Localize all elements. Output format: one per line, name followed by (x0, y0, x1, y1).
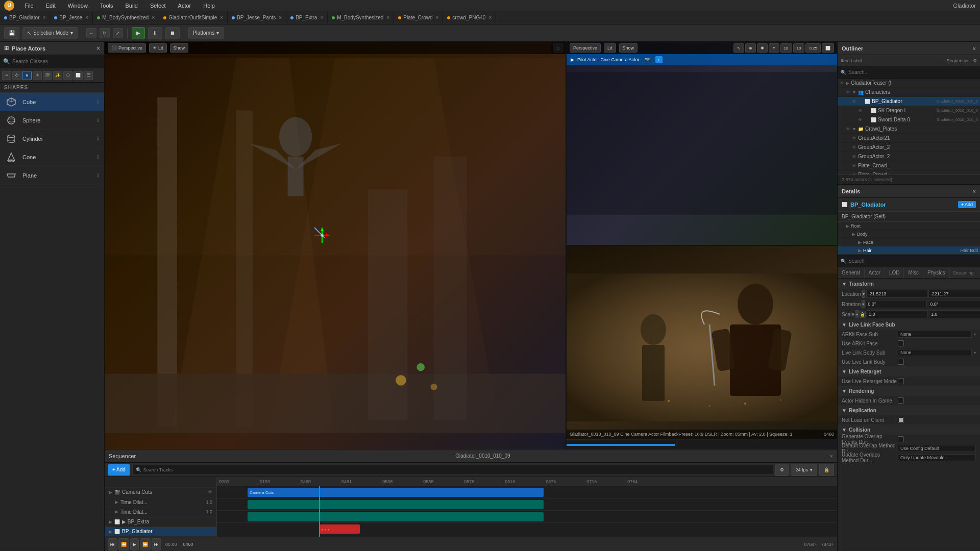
camera-cuts-clip[interactable]: Camera Cuts (248, 488, 544, 497)
comp-root[interactable]: ▶ Root (838, 222, 980, 230)
tab-plate-crowd[interactable]: Plate_Crowd × (394, 11, 443, 24)
replication-section-header[interactable]: ▼ Replication (838, 405, 980, 415)
sphere-info-icon[interactable]: ℹ (97, 117, 99, 123)
tree-bp-gladiator[interactable]: 👁 ⬜ BP_Gladiator Gladiator_0010_010_0 (838, 97, 980, 106)
details-close[interactable]: × (973, 188, 976, 194)
eye-icon-ga2a[interactable]: 👁 (852, 145, 856, 150)
right-viewport-bottom[interactable]: Gladiator_0010_010_09 Cine Camera Actor … (567, 246, 837, 449)
eye-icon-sword[interactable]: 👁 (858, 117, 863, 122)
menu-actor[interactable]: Actor (176, 2, 193, 10)
location-y[interactable] (928, 290, 980, 298)
tab-m-bodysynthesized2[interactable]: M_BodySynthesized × (328, 11, 394, 24)
seq-lock-btn[interactable]: 🔒 (819, 464, 834, 476)
dilat1-clip[interactable] (248, 500, 544, 509)
tree-group-actor-2b[interactable]: 👁 GroupActor_2 (838, 152, 980, 161)
use-live-link-checkbox[interactable] (898, 359, 904, 365)
geometry-btn[interactable]: ⬡ (63, 71, 72, 80)
tab-close-bp-jesse-pants[interactable]: × (279, 15, 282, 20)
dilat2-clip[interactable] (248, 512, 544, 521)
rt-tool-3[interactable]: ✱ (757, 43, 768, 53)
move-gizmo[interactable] (312, 225, 332, 245)
tab-m-bodysynthesized[interactable]: M_BodySynthesized × (93, 11, 159, 24)
all-classes-list-btn[interactable]: ☰ (84, 71, 93, 80)
location-x[interactable] (866, 290, 927, 298)
seq-settings-btn[interactable]: 24 fps ▾ (791, 464, 817, 476)
eye-icon-chars[interactable]: 👁 (846, 90, 850, 95)
shape-cube[interactable]: Cube ℹ (0, 93, 104, 111)
bp-extra-dots[interactable]: ● ● ● (319, 524, 360, 534)
seq-filter-btn[interactable]: ⚙ (775, 464, 789, 476)
play-button[interactable]: ▶ (132, 27, 145, 39)
shape-plane[interactable]: Plane ℹ (0, 166, 104, 185)
save-button[interactable]: 💾 (4, 27, 19, 39)
visual-effects-btn[interactable]: ✨ (53, 71, 62, 80)
tree-crowd-plates[interactable]: 👁 ▼ 📁 Crowd_Plates (838, 124, 980, 134)
transform-section-header[interactable]: ▼ Transform (838, 279, 980, 289)
actor-hidden-checkbox[interactable] (898, 397, 904, 404)
menu-help[interactable]: Help (201, 2, 217, 10)
eye-icon-ga21[interactable]: 👁 (852, 136, 856, 141)
platforms-button[interactable]: Platforms ▾ (188, 27, 224, 39)
net-load-checkbox[interactable] (898, 417, 904, 423)
live-link-body-select[interactable]: None (898, 349, 972, 356)
eye-icon[interactable]: 👁 (840, 81, 844, 86)
tab-close-bp-extra[interactable]: × (320, 15, 323, 20)
seq-prev-key[interactable]: ⏪ (118, 538, 129, 550)
update-method-select[interactable]: Only Update Movable... (898, 454, 976, 461)
cinematic-btn[interactable]: 🎬 (43, 71, 52, 80)
scale-dropdown[interactable]: ▾ (855, 310, 859, 318)
menu-edit[interactable]: Edit (44, 2, 58, 10)
tree-sword-delta[interactable]: 👁 ⬜ Sword Delta 0 Gladiator_0010_010_0 (838, 115, 980, 124)
tab-bp-gladiator[interactable]: BP_Gladiator × (0, 11, 50, 24)
tab-bp-jesse[interactable]: BP_Jesse × (50, 11, 93, 24)
lights-btn[interactable]: ☀ (33, 71, 42, 80)
translate-tool[interactable]: ↔ (86, 28, 96, 38)
seq-next-key[interactable]: ⏩ (140, 538, 151, 550)
eye-icon-crowd[interactable]: 👁 (846, 127, 850, 132)
tab-general[interactable]: General (838, 267, 865, 279)
eye-icon-bp-glad[interactable]: 👁 (852, 99, 856, 104)
rt-tool-2[interactable]: ⊕ (745, 43, 756, 53)
expand-icon-chars[interactable]: ▼ (852, 90, 856, 95)
eye-icon-ga2b[interactable]: 👁 (852, 154, 856, 159)
menu-select[interactable]: Select (148, 2, 168, 10)
tab-close-gladiatoroutfit[interactable]: × (220, 15, 223, 20)
tab-close-plate-crowd[interactable]: × (436, 15, 439, 20)
shape-cone[interactable]: Cone ℹ (0, 148, 104, 166)
plane-info-icon[interactable]: ℹ (97, 172, 99, 178)
tree-characters[interactable]: 👁 ▼ 👥 Characters (838, 88, 980, 97)
tab-close-crowd-png40[interactable]: × (488, 15, 492, 20)
live-face-section-header[interactable]: ▼ Live Link Face Sub (838, 319, 980, 330)
rotate-tool[interactable]: ↻ (100, 28, 110, 38)
tree-sk-dragon[interactable]: 👁 ⬜ SK Dragon l Gladiator_0010_010_0 (838, 106, 980, 115)
tab-gladiatoroutfit[interactable]: GladiatorOutfitSimple × (159, 11, 228, 24)
shapes-btn[interactable]: ■ (22, 71, 32, 80)
eye-icon-pc1[interactable]: 👁 (852, 163, 856, 168)
tree-plate-crowd-1[interactable]: 👁 Plate_Crowd_ (838, 161, 980, 170)
tab-close-m-bodysynthesized2[interactable]: × (386, 15, 389, 20)
tree-group-actor21[interactable]: 👁 GroupActor21 (838, 134, 980, 143)
tab-actor[interactable]: Actor (865, 267, 885, 279)
scale-y[interactable] (929, 310, 980, 318)
arkit-face-select[interactable]: None (898, 331, 972, 338)
cube-info-icon[interactable]: ℹ (97, 99, 99, 105)
rt-tool-5[interactable]: 10 (780, 43, 792, 53)
tree-gladiatorteaser[interactable]: 👁 ▶ GladiatorTeaser (l (838, 79, 980, 88)
comp-body[interactable]: ▶ Body (838, 230, 980, 238)
tab-bp-extra[interactable]: BP_Extra × (286, 11, 328, 24)
generate-overlap-checkbox[interactable] (898, 436, 904, 442)
pilot-extra-btn[interactable]: + (655, 56, 663, 63)
cylinder-info-icon[interactable]: ℹ (97, 136, 99, 141)
comp-hair[interactable]: ▶ Hair Hair Edit (838, 246, 980, 255)
tab-physics[interactable]: Physics (923, 267, 949, 279)
cone-info-icon[interactable]: ℹ (97, 154, 99, 160)
scrubber-bar[interactable] (567, 440, 837, 449)
shape-sphere[interactable]: Sphere ℹ (0, 111, 104, 130)
tab-none[interactable]: None (977, 267, 980, 279)
rt-tool-6[interactable]: 10 (793, 43, 805, 53)
menu-build[interactable]: Build (124, 2, 140, 10)
search-input[interactable] (12, 59, 101, 64)
seq-goto-start[interactable]: ⏮ (108, 538, 117, 550)
tab-misc[interactable]: Misc (904, 267, 923, 279)
volumes-btn[interactable]: ⬜ (74, 71, 83, 80)
